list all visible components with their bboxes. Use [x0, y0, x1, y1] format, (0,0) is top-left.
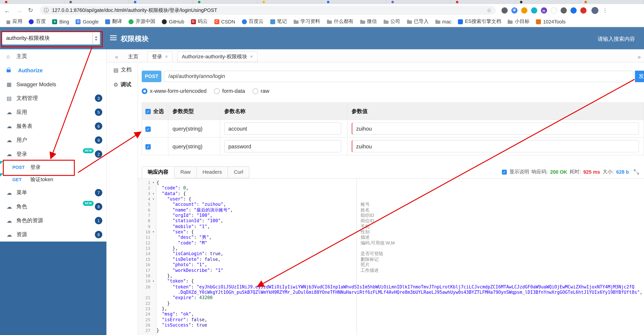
radio-icon[interactable]	[142, 88, 148, 94]
browser-tab[interactable]	[0, 0, 64, 4]
extension-icon[interactable]	[560, 7, 567, 14]
bookmark-item[interactable]: 百度	[26, 17, 49, 26]
expand-icon[interactable]	[634, 169, 639, 174]
browser-menu-icon[interactable]: ⋮	[602, 7, 608, 14]
extension-icon[interactable]	[570, 7, 576, 14]
bookmark-item[interactable]: ES搜索引擎文档	[455, 17, 504, 26]
param-name-input[interactable]: account	[224, 122, 341, 135]
browser-tab-strip[interactable]	[0, 0, 644, 4]
fold-icon[interactable]: ▾	[150, 229, 156, 235]
browser-tab[interactable]	[451, 0, 515, 4]
content-tab[interactable]: Authorize-authority-权限模块×	[177, 52, 258, 62]
browser-tab[interactable]	[193, 0, 258, 4]
bookmark-item[interactable]: G码云	[188, 17, 210, 26]
browser-tab[interactable]	[258, 0, 322, 4]
bookmark-item[interactable]: GGoogle	[73, 18, 102, 25]
sidebar-item-service-table[interactable]: ☁服务表6	[0, 119, 106, 133]
browser-tab[interactable]	[129, 0, 193, 4]
send-button[interactable]: 发送	[635, 71, 644, 82]
sidebar-item-login[interactable]: ☁登录NEW2	[0, 147, 106, 161]
extension-icon[interactable]: 译	[511, 7, 518, 14]
more-tabs-icon[interactable]: »	[638, 54, 641, 60]
bookmark-item[interactable]: 微信	[357, 17, 380, 26]
forward-icon[interactable]: →	[16, 7, 22, 14]
bookmark-item[interactable]: GitHub	[159, 18, 187, 25]
bookmark-item[interactable]: 百度云	[239, 17, 266, 26]
response-body[interactable]: 1▾{2 "code": 0,3▾ "data": {4▾ "user": {5…	[138, 178, 644, 335]
param-value-input[interactable]: zuihou	[352, 140, 639, 152]
extension-icon[interactable]	[531, 7, 537, 14]
bookmark-item[interactable]: 翻译	[102, 17, 125, 26]
menu-toggle-icon[interactable]	[110, 35, 116, 40]
bookmark-item[interactable]: 笔记	[267, 17, 290, 26]
content-type-option[interactable]: x-www-form-urlencoded	[142, 88, 206, 94]
show-desc-checkbox[interactable]: ✓	[502, 170, 507, 174]
response-tab[interactable]: Curl	[228, 166, 250, 178]
bookmark-item[interactable]: 学习资料	[290, 17, 323, 26]
request-url-field[interactable]: /api/authority/anno/login	[164, 71, 633, 82]
bookmark-item[interactable]: 什么都有	[324, 17, 356, 26]
module-select[interactable]: authority-权限模块	[2, 32, 100, 45]
bookmark-item[interactable]: 公司	[380, 17, 403, 26]
bookmark-item[interactable]: 小目标	[505, 17, 532, 26]
collapse-tabs-icon[interactable]: «	[115, 54, 118, 60]
fold-icon[interactable]: ▾	[150, 278, 156, 284]
back-icon[interactable]: ←	[4, 7, 10, 14]
row-checkbox[interactable]: ✓	[146, 144, 151, 150]
sidebar-item-swagger-models[interactable]: ▦Swagger Models	[0, 77, 106, 91]
extension-icon[interactable]	[501, 7, 508, 14]
info-icon[interactable]: ⓘ	[44, 7, 49, 14]
sidebar-item-home[interactable]: ⌂主页	[0, 49, 106, 63]
bookmark-item[interactable]: mac	[432, 18, 454, 25]
sidebar-item-user[interactable]: ☁用户9	[0, 133, 106, 147]
extension-icon[interactable]	[580, 7, 586, 14]
browser-tab[interactable]	[580, 0, 644, 4]
bookmark-item[interactable]: bBing	[50, 18, 72, 25]
extension-icon[interactable]	[550, 7, 557, 14]
sidebar-item-login-post[interactable]: POST登录	[0, 161, 106, 173]
param-name-input[interactable]: password	[224, 140, 341, 152]
sidebar-item-authorize[interactable]: Authorize	[0, 63, 106, 77]
content-tab[interactable]: 主页	[124, 52, 142, 62]
row-checkbox[interactable]: ✓	[146, 126, 151, 132]
sidebar-item-doc-management[interactable]: ▤文档管理3	[0, 91, 106, 105]
bookmark-item[interactable]: 开源中国	[126, 17, 158, 26]
response-tab[interactable]: Headers	[196, 166, 228, 178]
bookmark-item[interactable]: 已导入	[404, 17, 432, 26]
reload-icon[interactable]: ↻	[28, 6, 33, 14]
extension-icon[interactable]: jq	[541, 7, 547, 14]
header-search-input[interactable]: 请输入搜索内容	[598, 35, 635, 43]
radio-icon[interactable]	[252, 88, 258, 94]
fold-icon[interactable]: ▾	[150, 196, 156, 202]
extension-icon[interactable]	[521, 7, 527, 14]
fold-icon[interactable]: ▾	[150, 191, 156, 196]
content-tab[interactable]: 登录×	[147, 52, 172, 62]
bookmark-item[interactable]: CCSDN	[211, 18, 238, 25]
browser-tab[interactable]	[386, 0, 451, 4]
param-value-input[interactable]: zuihou	[352, 122, 639, 135]
close-tab-icon[interactable]: ×	[165, 54, 168, 60]
content-type-option[interactable]: form-data	[214, 88, 245, 94]
sidebar-item-application[interactable]: ☁应用5	[0, 105, 106, 119]
bookmark-item[interactable]: ▦应用	[3, 17, 25, 26]
browser-tab[interactable]	[64, 0, 129, 4]
close-tab-icon[interactable]: ×	[250, 54, 253, 60]
tab-doc[interactable]: ▤文档	[107, 62, 138, 77]
radio-icon[interactable]	[214, 88, 220, 94]
sidebar-item-role-resource[interactable]: ☁角色的资源1	[0, 214, 106, 228]
select-all-checkbox[interactable]: ✓	[146, 109, 151, 114]
tab-debug[interactable]: ⚙调试	[107, 77, 138, 92]
sidebar-item-resource[interactable]: ☁资源6	[0, 228, 106, 242]
response-tab[interactable]: 响应内容	[142, 166, 175, 178]
fold-icon[interactable]: ▾	[150, 180, 156, 186]
sidebar-item-role[interactable]: ☁角色NEW8	[0, 200, 106, 214]
sidebar-item-menu[interactable]: ☁菜单7	[0, 186, 106, 200]
profile-avatar[interactable]	[591, 7, 598, 14]
response-tab[interactable]: Raw	[174, 166, 197, 178]
bookmark-star-icon[interactable]: ☆	[487, 7, 492, 14]
browser-tab[interactable]	[322, 0, 386, 4]
content-type-option[interactable]: raw	[252, 88, 270, 94]
sidebar-item-verify-token-get[interactable]: GET验证token	[0, 173, 106, 186]
address-bar[interactable]: ⓘ 127.0.0.1:8760/api/gate/doc.html#/auth…	[40, 6, 496, 15]
bookmark-item[interactable]: 1024Tools	[533, 18, 568, 25]
